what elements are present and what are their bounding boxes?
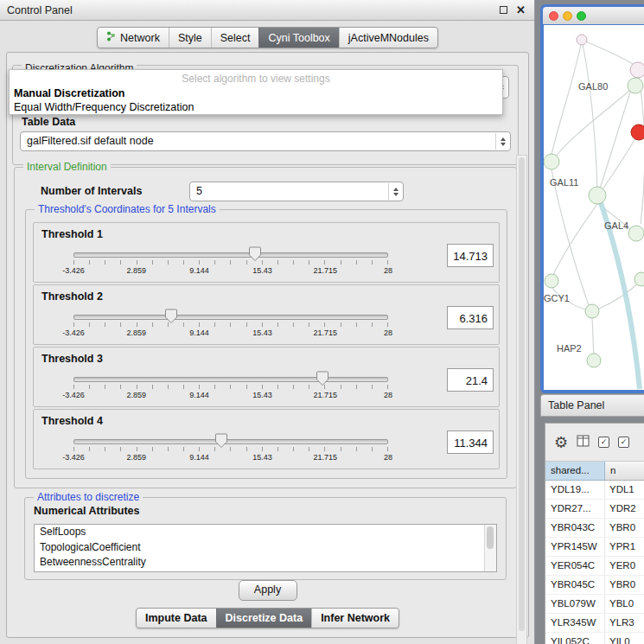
cell: YER054C (545, 557, 605, 575)
number-of-intervals-combobox[interactable]: 5 (189, 182, 404, 201)
list-item[interactable]: BetweennessCentrality (35, 555, 496, 571)
cell: YDR2 (605, 500, 644, 518)
network-node[interactable] (628, 226, 644, 241)
threshold-3-panel: Threshold 3 -3.426 2.859 9.144 15.43 21.… (33, 347, 500, 407)
tick-label: 9.144 (189, 391, 209, 399)
threshold-2-value[interactable]: 6.316 (447, 306, 494, 329)
select-none-checkbox-icon[interactable]: ✓ (618, 437, 629, 448)
tick-label: 21.715 (313, 266, 337, 275)
threshold-3-value[interactable]: 21.4 (447, 368, 494, 392)
table-row[interactable]: YBR043CYBR0 (545, 519, 644, 538)
window-close-button[interactable] (549, 11, 558, 21)
control-panel-titlebar: Control Panel ✕ (0, 0, 534, 21)
scrollbar-thumb[interactable] (519, 157, 525, 631)
cell: YDL19... (545, 481, 605, 499)
network-node-red[interactable] (631, 124, 644, 140)
network-icon (106, 31, 116, 44)
tick-label: -3.426 (62, 266, 85, 275)
stepper-icon[interactable] (495, 133, 509, 150)
control-panel: Control Panel ✕ Network Style Select Cyn… (0, 0, 535, 644)
network-node[interactable] (628, 78, 643, 93)
table-row[interactable]: YBR045CYBR0 (545, 576, 644, 595)
network-node[interactable] (587, 354, 601, 367)
table-panel-title: Table Panel (548, 399, 604, 411)
close-icon[interactable]: ✕ (516, 3, 526, 17)
list-item[interactable]: TopologicalCoefficient (35, 540, 496, 556)
list-item[interactable]: SelfLoops (35, 525, 496, 540)
tab-network[interactable]: Network (98, 28, 169, 48)
network-node[interactable] (577, 35, 587, 45)
combo-value: galFiltered.sif default node (27, 132, 494, 150)
tick-label: 21.715 (313, 391, 337, 399)
network-node[interactable] (545, 274, 558, 288)
threshold-2-slider[interactable]: -3.426 2.859 9.144 15.43 21.715 28 (73, 315, 388, 341)
tick-label: 2.859 (127, 391, 147, 399)
slider-thumb[interactable] (164, 309, 177, 328)
slider-thumb[interactable] (249, 246, 262, 265)
cell: YBL0 (605, 595, 644, 613)
threshold-4-value[interactable]: 11.344 (447, 430, 494, 454)
tab-infer-network[interactable]: Infer Network (311, 609, 399, 628)
window-zoom-button[interactable] (577, 11, 586, 21)
network-window-titlebar[interactable] (543, 7, 644, 24)
network-node[interactable] (589, 187, 606, 204)
dropdown-option-equal-width[interactable]: Equal Width/Frequency Discretization (14, 101, 502, 113)
scrollbar-thumb[interactable] (487, 526, 494, 549)
stepper-icon[interactable] (388, 183, 402, 200)
maximize-icon[interactable] (500, 6, 507, 14)
select-all-checkbox-icon[interactable]: ✓ (598, 437, 609, 448)
network-node[interactable] (630, 62, 644, 78)
table-row[interactable]: YPR145WYPR1 (545, 538, 644, 557)
tab-label: Select (220, 32, 251, 44)
threshold-2-panel: Threshold 2 -3.426 2.859 9.144 15.43 21.… (33, 284, 500, 345)
numerical-attributes-list: SelfLoops TopologicalCoefficient Between… (34, 524, 497, 572)
network-canvas[interactable]: GAL80 GAL11 GAL4 GCY1 HAP2 (544, 25, 644, 390)
table-row[interactable]: YBL079WYBL0 (545, 595, 644, 614)
table-row[interactable]: YDR27...YDR2 (545, 500, 644, 519)
table-row[interactable]: YLR345WYLR3 (545, 614, 644, 633)
slider-track[interactable] (73, 252, 388, 258)
cell: YBL079W (545, 595, 605, 613)
tab-label: Infer Network (321, 612, 390, 624)
slider-track[interactable] (73, 315, 388, 320)
table-row[interactable]: YIL052CYIL0 (545, 633, 644, 644)
column-header-shared-name[interactable]: shared... (545, 462, 605, 481)
tab-jactivemnodules[interactable]: jActiveMNodules (339, 28, 437, 48)
network-graph: GAL80 GAL11 GAL4 GCY1 HAP2 (544, 25, 644, 390)
threshold-1-slider[interactable]: -3.426 2.859 9.144 15.43 21.715 28 (73, 252, 388, 278)
gear-icon[interactable]: ⚙ (554, 435, 568, 450)
network-node[interactable] (585, 304, 599, 318)
cyni-settings-panel: Discretization Algorithm Table Data galF… (6, 52, 529, 638)
threshold-3-slider[interactable]: -3.426 2.859 9.144 15.43 21.715 28 (73, 377, 388, 403)
tab-impute-data[interactable]: Impute Data (137, 609, 216, 628)
tick-label: 21.715 (313, 453, 337, 462)
slider-track[interactable] (73, 439, 388, 444)
slider-ticks (73, 322, 388, 327)
tab-discretize-data[interactable]: Discretize Data (216, 609, 312, 628)
network-node[interactable] (544, 154, 559, 169)
tab-style[interactable]: Style (169, 28, 211, 48)
tab-select[interactable]: Select (211, 28, 259, 48)
column-header-name[interactable]: n (605, 462, 644, 481)
window-minimize-button[interactable] (563, 11, 572, 21)
column-chooser-icon[interactable] (577, 435, 590, 450)
slider-thumb[interactable] (215, 433, 228, 452)
panel-title: Control Panel (7, 0, 73, 21)
slider-track[interactable] (73, 377, 388, 382)
threshold-4-slider[interactable]: -3.426 2.859 9.144 15.43 21.715 28 (73, 439, 388, 465)
tab-cyni-toolbox[interactable]: Cyni Toolbox (258, 28, 338, 48)
table-data-combobox[interactable]: galFiltered.sif default node (20, 131, 511, 151)
slider-thumb[interactable] (316, 371, 328, 390)
table-row[interactable]: YDL19...YDL1 (545, 481, 644, 500)
cell: YPR145W (545, 538, 605, 556)
list-scrollbar[interactable] (484, 525, 496, 571)
apply-button[interactable]: Apply (239, 580, 297, 601)
network-node[interactable] (634, 272, 644, 286)
panel-scrollbar[interactable] (516, 155, 527, 644)
table-row[interactable]: YER054CYER0 (545, 557, 644, 576)
cell: YBR043C (545, 519, 605, 537)
dropdown-option-manual[interactable]: Manual Discretization (14, 87, 502, 99)
network-view-window: GAL80 GAL11 GAL4 GCY1 HAP2 (540, 4, 644, 393)
thresholds-group: Threshold's Coordinates for 5 Intervals … (25, 209, 507, 479)
threshold-1-value[interactable]: 14.713 (447, 244, 494, 267)
